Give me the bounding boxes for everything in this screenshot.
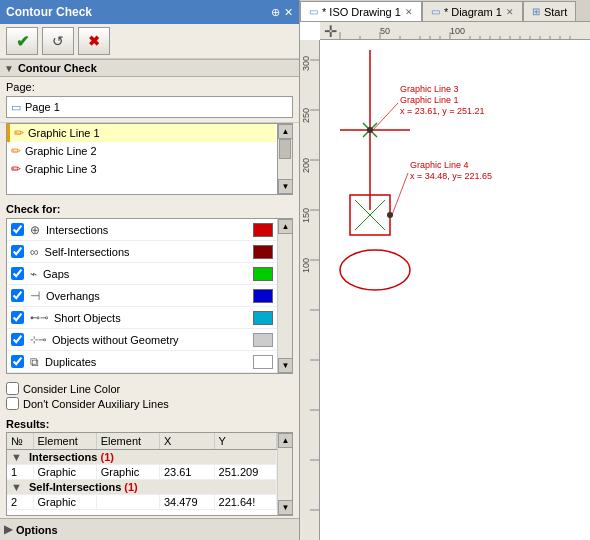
page-select[interactable]: Page 1 [25,101,288,113]
check-duplicates: ⧉ Duplicates [7,351,277,373]
ruler-mark-150: 150 [301,208,311,223]
check-scroll-up[interactable]: ▲ [278,219,293,234]
svg-line-44 [372,103,398,131]
overhangs-color [253,289,273,303]
tab-close-icon2[interactable]: ✕ [506,7,514,17]
ok-button[interactable]: ✔ [6,27,38,55]
check-scroll-track [278,234,292,358]
options-bar: ▶ Options [0,518,299,540]
collapse-icon[interactable]: ▼ [4,63,14,74]
duplicates-cb[interactable] [11,355,24,368]
tab-diagram[interactable]: ▭ * Diagram 1 ✕ [422,1,523,21]
tab-close-icon[interactable]: ✕ [405,7,413,17]
scroll-up-btn[interactable]: ▲ [278,124,293,139]
group-intersections-count: (1) [100,451,113,463]
gap-icon: ⌁ [30,267,37,281]
results-scroll-down[interactable]: ▼ [278,500,293,515]
dont-consider-aux-option[interactable]: Don't Consider Auxiliary Lines [6,397,293,410]
col-el1: Element [33,433,96,450]
group-intersections-label: Intersections [29,451,97,463]
check-scrollbar[interactable]: ▲ ▼ [277,219,292,373]
left-panel: Contour Check ⊕ ✕ ✔ ↺ ✖ ▼ Contour Check … [0,0,300,540]
result-x: 23.61 [159,465,214,480]
lines-list-container: ✏ Graphic Line 1 ✏ Graphic Line 2 ✏ Grap… [6,123,293,195]
tab-bar: ▭ * ISO Drawing 1 ✕ ▭ * Diagram 1 ✕ ⊞ St… [300,0,590,22]
result-row[interactable]: 2 Graphic 34.479 221.64! [7,495,277,510]
result-num: 1 [7,465,33,480]
ruler-mark-250: 250 [301,108,311,123]
tab-iso-drawing[interactable]: ▭ * ISO Drawing 1 ✕ [300,1,422,21]
col-el2: Element [96,433,159,450]
gaps-cb[interactable] [11,267,24,280]
group-self-count: (1) [124,481,137,493]
overhangs-cb[interactable] [11,289,24,302]
overhang-icon: ⊣ [30,289,40,303]
minimize-button[interactable]: ✕ [284,6,293,19]
gaps-label: Gaps [43,268,247,280]
check-intersections: ⊕ Intersections [7,219,277,241]
list-item[interactable]: ✏ Graphic Line 1 [7,124,276,142]
page-select-wrapper[interactable]: ▭ Page 1 [6,96,293,118]
check-self-intersections: ∞ Self-Intersections [7,241,277,263]
check-gaps: ⌁ Gaps [7,263,277,285]
group-self-label: Self-Intersections [29,481,121,493]
page-section: Page: ▭ Page 1 [0,77,299,123]
list-item[interactable]: ✏ Graphic Line 3 [7,160,276,178]
tab-label2: * Diagram 1 [444,6,502,18]
group-collapse-icon[interactable]: ▼ [11,451,22,463]
check-short-objects: ⊷⊸ Short Objects [7,307,277,329]
refresh-button[interactable]: ↺ [42,27,74,55]
lines-list[interactable]: ✏ Graphic Line 1 ✏ Graphic Line 2 ✏ Grap… [7,124,292,194]
pin-button[interactable]: ⊕ [271,6,280,19]
pencil-orange-icon: ✏ [11,144,21,158]
page-icon: ▭ [11,101,21,114]
ruler-mark-200: 200 [301,158,311,173]
list-scrollbar[interactable]: ▲ ▼ [277,124,292,194]
scroll-down-btn[interactable]: ▼ [278,179,293,194]
result-row[interactable]: 1 Graphic Graphic 23.61 251.209 [7,465,277,480]
drawing-canvas[interactable]: Graphic Line 3 Graphic Line 1 x = 23.61,… [320,40,590,540]
svg-text:x = 23.61, y = 251.21: x = 23.61, y = 251.21 [400,106,485,116]
results-section: Results: № Element Element X Y [0,416,299,518]
short-objects-cb[interactable] [11,311,24,324]
svg-text:x = 34.48, y= 221.65: x = 34.48, y= 221.65 [410,171,492,181]
no-geometry-cb[interactable] [11,333,24,346]
check-scroll-down[interactable]: ▼ [278,358,293,373]
cancel-button[interactable]: ✖ [78,27,110,55]
consider-line-color-cb[interactable] [6,382,19,395]
results-scroll-up[interactable]: ▲ [278,433,293,448]
pencil-red-icon: ✏ [11,162,21,176]
results-scroll-track [278,448,292,500]
check-overhangs: ⊣ Overhangs [7,285,277,307]
intersect-icon: ⊕ [30,223,40,237]
options-label: Options [16,524,58,536]
ruler-mark-300: 300 [301,56,311,71]
drawing-area: ✛ 50 100 [300,22,590,540]
result-el1: Graphic [33,495,96,510]
collapse-options-icon[interactable]: ▶ [4,523,12,536]
col-y: Y [214,433,276,450]
tab-start[interactable]: ⊞ Start [523,1,576,21]
result-y: 221.64! [214,495,276,510]
self-intersections-cb[interactable] [11,245,24,258]
results-scrollbar[interactable]: ▲ ▼ [277,433,292,515]
intersections-cb[interactable] [11,223,24,236]
list-item[interactable]: ✏ Graphic Line 2 [7,142,276,160]
tab-icon2: ▭ [431,6,440,17]
dont-consider-aux-cb[interactable] [6,397,19,410]
group-self-collapse-icon[interactable]: ▼ [11,481,22,493]
ruler-left: 300 250 200 150 100 [300,40,320,540]
intersections-label: Intersections [46,224,247,236]
ruler-top-svg [320,22,590,40]
result-el2 [96,495,159,510]
scroll-thumb[interactable] [279,139,291,159]
result-el1: Graphic [33,465,96,480]
section-header: ▼ Contour Check [0,59,299,77]
consider-line-color-option[interactable]: Consider Line Color [6,382,293,395]
result-y: 251.209 [214,465,276,480]
col-x: X [159,433,214,450]
line-name: Graphic Line 1 [28,127,100,139]
dont-consider-aux-label: Don't Consider Auxiliary Lines [23,398,169,410]
scroll-track [278,139,292,179]
group-self-intersections: ▼ Self-Intersections (1) [7,480,277,495]
